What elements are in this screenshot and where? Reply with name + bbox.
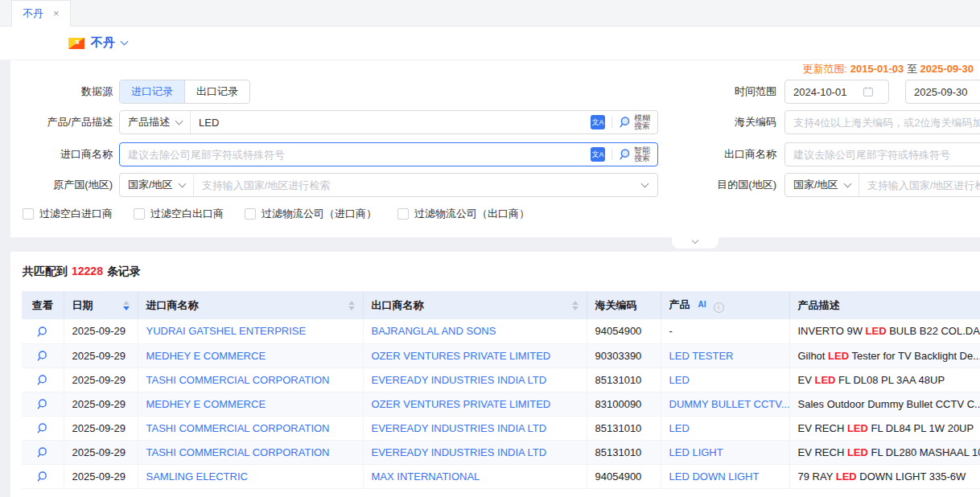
filter-blank-importer-checkbox[interactable]: 过滤空白进口商 (23, 207, 113, 221)
checkbox-icon[interactable] (23, 208, 34, 220)
calendar-icon (863, 86, 874, 97)
tab-close-icon[interactable]: × (53, 7, 60, 19)
results-table: 查看 日期 进口商名称 出口商 (22, 291, 980, 489)
product-link[interactable]: LED TESTER (669, 350, 734, 362)
country-header: 不丹 (0, 27, 980, 60)
importer-link[interactable]: SAMLING ELECTRIC (146, 470, 248, 483)
exporter-input[interactable] (784, 142, 980, 166)
importer-link[interactable]: TASHI COMMERCIAL CORPORATION (146, 374, 330, 386)
translate-icon[interactable]: 文A (591, 147, 605, 162)
info-icon[interactable]: i (714, 302, 724, 313)
importer-link[interactable]: TASHI COMMERCIAL CORPORATION (146, 446, 330, 458)
view-record-icon[interactable] (36, 326, 48, 338)
cell-hs-code: 83100090 (587, 392, 661, 416)
magnifier-icon (619, 116, 632, 129)
checkbox-icon[interactable] (245, 208, 256, 220)
cell-date: 2025-09-29 (64, 440, 138, 464)
exporter-link[interactable]: OZER VENTURES PRIVATE LIMITED (372, 350, 551, 362)
sort-asc-icon (123, 301, 130, 305)
hs-code-input[interactable] (784, 110, 980, 134)
update-end-date: 2025-09-30 (920, 63, 974, 75)
exporter-link[interactable]: BAJRANGLAL AND SONS (372, 325, 496, 337)
sort-desc-icon (572, 306, 579, 310)
chevron-down-icon[interactable] (121, 38, 129, 46)
destination-type-select[interactable]: 国家/地区 (785, 174, 859, 196)
chevron-down-icon (843, 179, 851, 187)
destination-select-group: 国家/地区 (784, 173, 980, 197)
time-range-label: 时间范围 (656, 80, 776, 104)
col-hs-code: 海关编码 (587, 291, 661, 319)
product-link[interactable]: LED (669, 422, 690, 434)
filter-logistics-exporter-checkbox[interactable]: 过滤物流公司（出口商） (397, 207, 529, 221)
view-record-icon[interactable] (36, 398, 48, 410)
cell-hs-code: 94054900 (587, 464, 661, 488)
sort-date-control[interactable] (123, 301, 130, 310)
divider (611, 117, 612, 128)
view-record-icon[interactable] (36, 350, 48, 362)
importer-input[interactable] (120, 143, 591, 166)
exporter-link[interactable]: EVEREADY INDUSTRIES INDIA LTD (372, 374, 547, 386)
translate-icon[interactable]: 文A (591, 115, 605, 129)
col-importer: 进口商名称 (138, 291, 363, 319)
magnifier-icon (619, 148, 632, 161)
importer-link[interactable]: YUDRAI GATSHEL ENTERPRISE (146, 325, 307, 337)
product-value: - (669, 325, 673, 337)
cell-date: 2025-09-29 (64, 416, 138, 440)
chevron-down-icon[interactable] (641, 179, 649, 187)
table-row: 2025-09-29 MEDHEY E COMMERCE OZER VENTUR… (22, 392, 980, 416)
date-end-input[interactable] (914, 86, 980, 98)
checkbox-icon[interactable] (134, 208, 145, 220)
sort-asc-icon (348, 301, 355, 305)
product-link[interactable]: LED DOWN LIGHT (669, 470, 760, 483)
product-input[interactable] (191, 111, 591, 133)
view-record-icon[interactable] (36, 422, 48, 434)
sort-importer-control[interactable] (348, 301, 355, 310)
import-records-tab[interactable]: 进口记录 (120, 80, 184, 103)
smart-search-button[interactable]: 智能 搜索 (619, 146, 657, 162)
cell-description: INVERTO 9W LED BULB B22 COL.DA ... (789, 319, 980, 343)
importer-link[interactable]: MEDHEY E COMMERCE (146, 398, 266, 410)
cell-date: 2025-09-29 (64, 464, 138, 488)
exporter-link[interactable]: EVEREADY INDUSTRIES INDIA LTD (372, 422, 547, 434)
exporter-link[interactable]: EVEREADY INDUSTRIES INDIA LTD (372, 446, 547, 458)
date-start-field[interactable] (784, 80, 889, 104)
sort-exporter-control[interactable] (572, 301, 579, 310)
exporter-link[interactable]: MAX INTERNATIONAL (372, 470, 480, 483)
filter-blank-exporter-checkbox[interactable]: 过滤空白出口商 (134, 207, 224, 221)
product-type-select[interactable]: 产品描述 (120, 111, 191, 133)
filter-logistics-importer-checkbox[interactable]: 过滤物流公司（进口商） (245, 207, 377, 221)
col-product: 产品AIi (661, 291, 789, 319)
view-record-icon[interactable] (36, 446, 48, 458)
ai-badge: AI (695, 299, 710, 310)
cell-hs-code: 85131010 (587, 368, 661, 392)
checkbox-icon[interactable] (397, 208, 409, 220)
collapse-panel-handle[interactable] (672, 237, 719, 249)
fuzzy-search-button[interactable]: 模糊 搜索 (619, 114, 657, 130)
update-start-date: 2015-01-03 (850, 63, 904, 75)
product-link[interactable]: LED (669, 374, 690, 386)
origin-input[interactable] (194, 174, 642, 196)
origin-type-select[interactable]: 国家/地区 (120, 174, 194, 196)
exporter-link[interactable]: OZER VENTURES PRIVATE LIMITED (372, 398, 551, 410)
importer-link[interactable]: MEDHEY E COMMERCE (146, 350, 266, 362)
col-description: 产品描述 (789, 291, 980, 319)
cell-hs-code: 94054900 (587, 319, 661, 343)
destination-input[interactable] (859, 174, 980, 196)
results-count: 12228 (72, 265, 103, 277)
exporter-label: 出口商名称 (656, 142, 776, 166)
sort-asc-icon (572, 301, 579, 305)
product-link[interactable]: DUMMY BULLET CCTV... (669, 398, 790, 410)
divider (611, 149, 612, 160)
origin-label: 原产国(地区) (10, 173, 113, 197)
export-records-tab[interactable]: 出口记录 (184, 80, 249, 103)
view-record-icon[interactable] (36, 374, 48, 386)
tab-bhutan[interactable]: 不丹 × (11, 0, 71, 27)
sort-desc-icon (348, 306, 355, 310)
view-record-icon[interactable] (36, 470, 48, 483)
data-source-label: 数据源 (10, 80, 113, 104)
cell-date: 2025-09-29 (64, 392, 138, 416)
product-link[interactable]: LED LIGHT (669, 446, 723, 458)
importer-link[interactable]: TASHI COMMERCIAL CORPORATION (146, 422, 330, 434)
date-start-input[interactable] (793, 86, 863, 98)
date-end-field[interactable] (905, 80, 980, 104)
